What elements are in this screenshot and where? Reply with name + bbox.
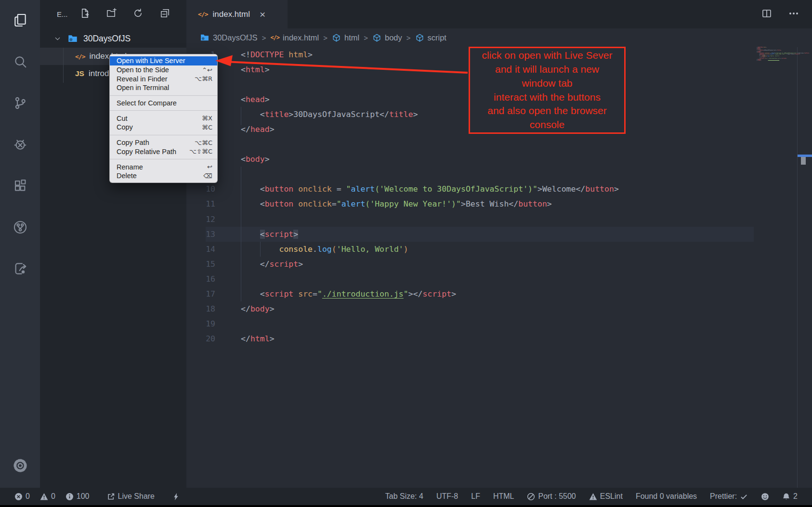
minimap[interactable]: <!DOCTYPE html><html><head> <title>30Day… bbox=[757, 47, 797, 61]
status-tab-size-4[interactable]: Tab Size: 4 bbox=[385, 492, 423, 501]
new-folder-button[interactable] bbox=[105, 8, 118, 20]
code-line-9[interactable]: 9 bbox=[186, 167, 797, 182]
menu-item-copy-relative-path[interactable]: Copy Relative Path⌥⇧⌘C bbox=[110, 147, 217, 156]
code-token: button bbox=[585, 184, 614, 194]
menu-item-open-in-terminal[interactable]: Open in Terminal bbox=[110, 83, 217, 92]
status-0[interactable]: 0 bbox=[14, 492, 30, 501]
tree-folder-row[interactable]: 30DaysOfJS bbox=[40, 29, 186, 48]
code-token: button bbox=[265, 184, 294, 194]
code-token: alert bbox=[341, 199, 366, 208]
code-text: </head> bbox=[215, 125, 275, 134]
status-utf-8[interactable]: UTF-8 bbox=[436, 492, 458, 501]
menu-separator bbox=[110, 159, 217, 159]
code-line-15[interactable]: 15 </script> bbox=[186, 257, 797, 272]
code-token: head bbox=[250, 125, 270, 134]
code-token: < bbox=[241, 184, 265, 194]
status-html[interactable]: HTML bbox=[493, 492, 514, 501]
activity-explorer[interactable] bbox=[0, 0, 40, 41]
menu-item-label: Copy Relative Path bbox=[117, 148, 176, 156]
split-editor-icon[interactable] bbox=[761, 8, 773, 21]
breadcrumb-item-30DaysOfJS[interactable]: 30DaysOfJS bbox=[200, 33, 258, 42]
status-smiley[interactable] bbox=[761, 493, 769, 501]
code-line-10[interactable]: 10 <button onclick = "alert('Welcome to … bbox=[186, 182, 797, 196]
collapse-all-icon bbox=[159, 8, 170, 20]
activity-extensions[interactable] bbox=[0, 166, 40, 207]
menu-item-copy[interactable]: Copy⌘C bbox=[110, 123, 217, 132]
refresh-button[interactable] bbox=[131, 8, 144, 20]
code-line-17[interactable]: 17 <script src="./introduction.js"></scr… bbox=[186, 286, 797, 301]
code-token: button bbox=[795, 53, 799, 55]
git-graph-icon bbox=[13, 220, 28, 236]
activity-settings[interactable] bbox=[0, 455, 40, 478]
annotation-line: interact with the buttons bbox=[470, 91, 624, 104]
menu-item-select-for-compare[interactable]: Select for Compare bbox=[110, 99, 217, 108]
new-file-button[interactable] bbox=[79, 8, 91, 20]
code-line-11[interactable]: 11 <button onclick="alert('Happy New Yea… bbox=[186, 196, 797, 211]
code-line-20[interactable]: 20</html> bbox=[186, 331, 797, 346]
activity-source-control[interactable] bbox=[0, 83, 40, 124]
code-token: script bbox=[265, 289, 294, 299]
menu-item-delete[interactable]: Delete⌫ bbox=[110, 171, 217, 181]
status-0[interactable]: 0 bbox=[40, 492, 55, 501]
activity-debug[interactable] bbox=[0, 124, 40, 166]
status-bolt[interactable] bbox=[172, 493, 180, 501]
more-actions-icon[interactable] bbox=[788, 8, 799, 21]
code-line-12[interactable]: 12 bbox=[186, 212, 797, 227]
code-line-7[interactable]: 7 bbox=[186, 137, 797, 152]
code-line-14[interactable]: 14 console.log('Hello, World') bbox=[186, 242, 797, 257]
source-control-icon bbox=[13, 95, 28, 112]
folder-icon bbox=[67, 33, 78, 44]
status-2[interactable]: 2 bbox=[782, 492, 798, 501]
code-token: </ bbox=[241, 334, 250, 343]
smiley-icon bbox=[761, 493, 769, 501]
menu-item-open-to-the-side[interactable]: Open to the Side⌃↩ bbox=[110, 65, 217, 75]
collapse-all-button[interactable] bbox=[158, 8, 171, 20]
status-prettier-[interactable]: Prettier: bbox=[710, 492, 748, 501]
activity-search[interactable] bbox=[0, 41, 40, 83]
code-line-18[interactable]: 18</body> bbox=[186, 301, 797, 316]
code-line-8[interactable]: 8<body> bbox=[186, 152, 797, 167]
menu-item-shortcut: ⌫ bbox=[204, 172, 212, 180]
status-found-0-variables[interactable]: Found 0 variables bbox=[636, 492, 697, 501]
status-100[interactable]: 100 bbox=[65, 492, 90, 501]
activity-git-graph[interactable] bbox=[0, 207, 40, 248]
code-text: <script> bbox=[215, 230, 298, 239]
code-line-16[interactable]: 16 bbox=[186, 272, 797, 286]
code-line-19[interactable]: 19 bbox=[186, 316, 797, 331]
share-icon bbox=[107, 493, 115, 501]
code-token: . bbox=[313, 245, 317, 254]
code-token: button bbox=[265, 199, 294, 208]
breadcrumb-item-html[interactable]: html bbox=[332, 33, 359, 42]
scrollbar-thumb[interactable] bbox=[801, 157, 806, 165]
code-token: body bbox=[250, 304, 270, 313]
code-line-13[interactable]: 13 <script> bbox=[186, 227, 797, 242]
status-eslint[interactable]: ESLint bbox=[589, 492, 623, 501]
menu-item-reveal-in-finder[interactable]: Reveal in Finder⌥⌘R bbox=[110, 74, 217, 83]
code-token: </ bbox=[576, 184, 585, 194]
breadcrumb-label: body bbox=[385, 33, 402, 42]
breadcrumb-item-index.html[interactable]: </>index.html bbox=[270, 33, 319, 42]
breadcrumb-item-script[interactable]: script bbox=[415, 33, 446, 42]
status-port-5500[interactable]: Port : 5500 bbox=[527, 492, 576, 501]
menu-separator bbox=[110, 135, 217, 135]
cube-icon bbox=[332, 33, 341, 42]
code-token: > bbox=[799, 53, 800, 55]
annotation-line: and also open the browser bbox=[470, 104, 624, 118]
tab-close-icon[interactable]: × bbox=[258, 9, 267, 19]
tab-index-html[interactable]: </> index.html × bbox=[186, 0, 288, 28]
menu-item-copy-path[interactable]: Copy Path⌥⌘C bbox=[110, 138, 217, 147]
menu-item-open-with-live-server[interactable]: Open with Live Server bbox=[110, 56, 217, 65]
activity-live-share[interactable] bbox=[0, 248, 40, 290]
code-token: < bbox=[241, 95, 246, 104]
code-token: > bbox=[308, 50, 313, 59]
menu-item-cut[interactable]: Cut⌘X bbox=[110, 114, 217, 123]
code-text: <!DOCTYPE html> bbox=[215, 50, 313, 59]
status-live-share[interactable]: Live Share bbox=[107, 492, 155, 501]
code-icon: </> bbox=[270, 34, 279, 41]
menu-item-rename[interactable]: Rename↩ bbox=[110, 162, 217, 171]
js-file-icon: JS bbox=[75, 69, 84, 78]
error-icon bbox=[14, 493, 23, 501]
breadcrumb-item-body[interactable]: body bbox=[372, 33, 402, 42]
status-lf[interactable]: LF bbox=[471, 492, 480, 501]
code-token: > bbox=[408, 289, 413, 299]
